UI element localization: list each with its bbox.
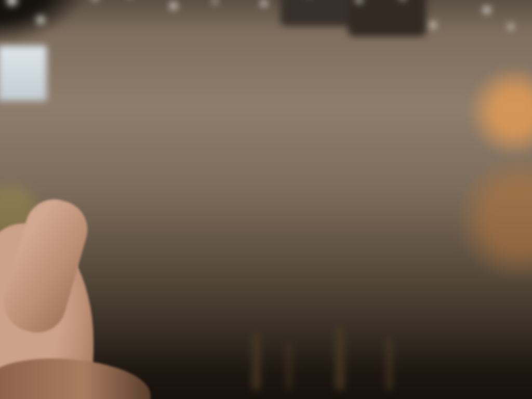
ceiling-light: [429, 21, 437, 29]
stage: $ ?: [0, 0, 532, 399]
ceiling-light: [169, 1, 178, 10]
chair-leg: [252, 332, 260, 390]
ceiling-light: [482, 5, 491, 15]
chair-leg: [335, 327, 344, 390]
ceiling-light: [507, 23, 514, 30]
ceiling-light: [35, 15, 46, 25]
chair-leg: [286, 343, 292, 390]
warm-light-glow: [452, 156, 532, 281]
projector-screen: [0, 46, 47, 101]
ceiling-beam: [348, 0, 426, 36]
warm-light-glow: [465, 68, 532, 156]
ceiling-light: [91, 0, 99, 1]
ceiling-light: [212, 0, 218, 4]
chair-leg: [385, 338, 393, 390]
ceiling-light: [260, 0, 268, 7]
